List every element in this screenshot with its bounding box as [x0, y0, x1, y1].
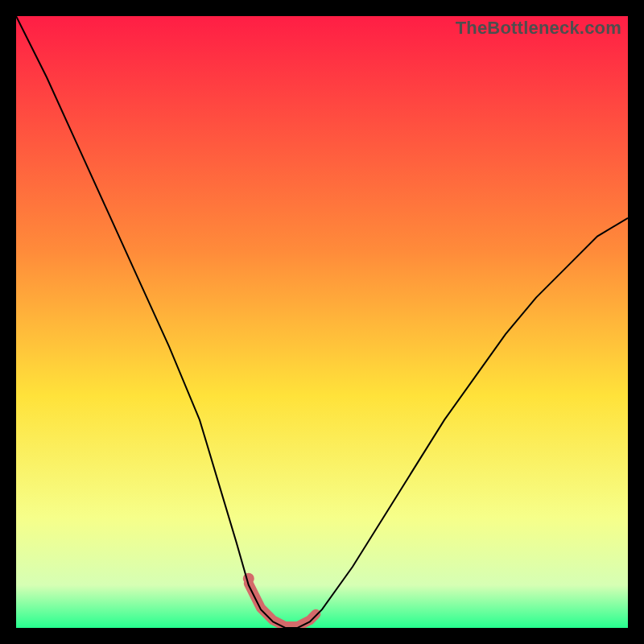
watermark-text: TheBottleneck.com [456, 18, 621, 39]
plot-area: TheBottleneck.com [16, 16, 628, 628]
chart-frame: TheBottleneck.com [16, 16, 628, 628]
gradient-background [16, 16, 628, 628]
bottleneck-chart [16, 16, 628, 628]
